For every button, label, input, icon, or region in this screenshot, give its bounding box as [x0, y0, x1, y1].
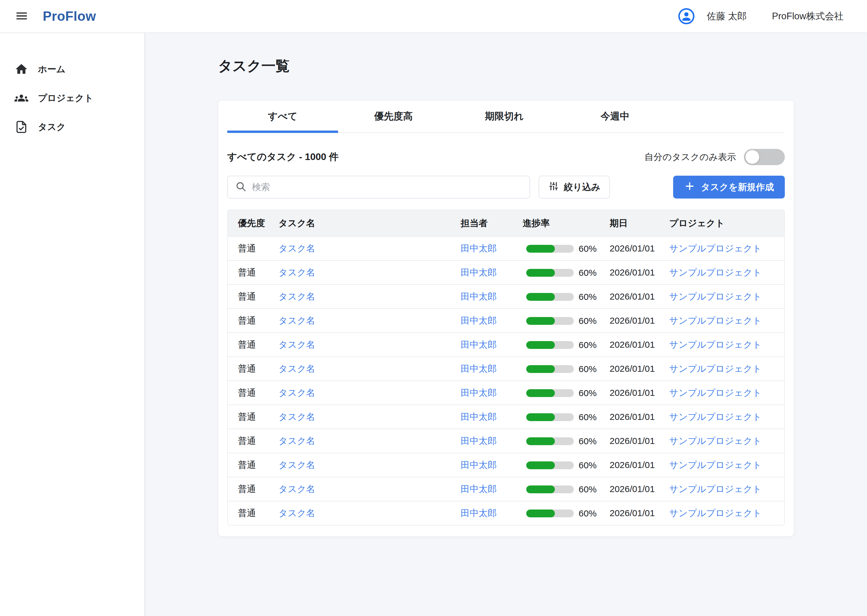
- task-tabs: すべて優先度高期限切れ今週中: [227, 101, 785, 133]
- user-avatar-icon[interactable]: [678, 8, 695, 25]
- project-link[interactable]: サンプルプロジェクト: [669, 460, 761, 470]
- project-link[interactable]: サンプルプロジェクト: [669, 412, 761, 422]
- filter-tune-icon: [548, 181, 559, 194]
- progress-cell: 60%: [523, 260, 610, 284]
- assignee-link[interactable]: 田中太郎: [460, 316, 497, 325]
- progress-label: 60%: [579, 340, 597, 350]
- sidebar-item-label: タスク: [38, 121, 66, 133]
- priority-cell: 普通: [228, 405, 279, 429]
- progress-label: 60%: [579, 412, 597, 422]
- progress-fill: [526, 269, 555, 277]
- project-link[interactable]: サンプルプロジェクト: [669, 436, 761, 446]
- assignee-link[interactable]: 田中太郎: [460, 244, 497, 253]
- tab-all[interactable]: すべて: [227, 101, 338, 132]
- project-link[interactable]: サンプルプロジェクト: [669, 508, 761, 518]
- filter-button[interactable]: 絞り込み: [539, 176, 610, 198]
- project-link[interactable]: サンプルプロジェクト: [669, 316, 761, 325]
- task-name-link[interactable]: タスク名: [279, 412, 315, 422]
- priority-cell: 普通: [228, 284, 279, 308]
- project-link[interactable]: サンプルプロジェクト: [669, 267, 761, 277]
- progress-bar: [526, 486, 574, 493]
- progress-bar: [526, 269, 574, 277]
- sidebar-item-projects[interactable]: プロジェクト: [0, 83, 145, 113]
- progress-bar: [526, 437, 574, 445]
- progress-label: 60%: [579, 364, 597, 374]
- column-header: 期日: [610, 210, 669, 236]
- projects-icon: [14, 91, 28, 105]
- sidebar-item-home[interactable]: ホーム: [0, 55, 145, 83]
- create-task-button[interactable]: タスクを新規作成: [673, 176, 785, 198]
- task-name-link[interactable]: タスク名: [279, 508, 315, 518]
- progress-bar: [526, 413, 574, 421]
- my-tasks-toggle-label: 自分のタスクのみ表示: [645, 151, 736, 163]
- sidebar-item-tasks[interactable]: タスク: [0, 113, 145, 141]
- priority-cell: 普通: [228, 380, 279, 405]
- project-link[interactable]: サンプルプロジェクト: [669, 388, 761, 398]
- assignee-link[interactable]: 田中太郎: [460, 339, 497, 349]
- tab-this-week[interactable]: 今週中: [560, 101, 670, 132]
- project-link[interactable]: サンプルプロジェクト: [669, 291, 761, 302]
- hamburger-icon: [15, 9, 28, 24]
- assignee-link[interactable]: 田中太郎: [460, 412, 497, 422]
- task-name-link[interactable]: タスク名: [279, 364, 315, 374]
- project-link[interactable]: サンプルプロジェクト: [669, 364, 761, 374]
- task-name-link[interactable]: タスク名: [279, 339, 315, 349]
- task-row: 普通タスク名田中太郎60%2026/01/01サンプルプロジェクト: [228, 284, 784, 308]
- progress-cell: 60%: [523, 357, 610, 380]
- task-name-link[interactable]: タスク名: [279, 484, 315, 494]
- due-date-cell: 2026/01/01: [610, 405, 669, 429]
- progress-label: 60%: [579, 460, 597, 470]
- priority-cell: 普通: [228, 429, 279, 453]
- project-link[interactable]: サンプルプロジェクト: [669, 244, 761, 253]
- priority-cell: 普通: [228, 236, 279, 260]
- task-name-link[interactable]: タスク名: [279, 267, 315, 277]
- assignee-link[interactable]: 田中太郎: [460, 364, 497, 374]
- assignee-link[interactable]: 田中太郎: [460, 460, 497, 470]
- progress-cell: 60%: [523, 308, 610, 332]
- progress-fill: [526, 365, 555, 373]
- tab-high-priority[interactable]: 優先度高: [338, 101, 449, 132]
- task-row: 普通タスク名田中太郎60%2026/01/01サンプルプロジェクト: [228, 429, 784, 453]
- progress-label: 60%: [579, 508, 597, 518]
- task-name-link[interactable]: タスク名: [279, 388, 315, 398]
- project-link[interactable]: サンプルプロジェクト: [669, 339, 761, 349]
- progress-fill: [526, 341, 555, 349]
- progress-fill: [526, 413, 555, 421]
- project-link[interactable]: サンプルプロジェクト: [669, 484, 761, 494]
- progress-bar: [526, 293, 574, 301]
- menu-button[interactable]: [14, 8, 30, 24]
- assignee-link[interactable]: 田中太郎: [460, 388, 497, 398]
- tab-overdue[interactable]: 期限切れ: [449, 101, 560, 132]
- my-tasks-toggle[interactable]: [744, 149, 785, 165]
- progress-cell: 60%: [523, 501, 610, 525]
- assignee-link[interactable]: 田中太郎: [460, 484, 497, 494]
- due-date-cell: 2026/01/01: [610, 477, 669, 501]
- progress-cell: 60%: [523, 284, 610, 308]
- task-name-link[interactable]: タスク名: [279, 316, 315, 325]
- column-header: プロジェクト: [669, 210, 784, 236]
- progress-cell: 60%: [523, 405, 610, 429]
- page-title: タスク一覧: [218, 57, 794, 75]
- task-name-link[interactable]: タスク名: [279, 460, 315, 470]
- task-name-link[interactable]: タスク名: [279, 291, 315, 302]
- assignee-link[interactable]: 田中太郎: [460, 508, 497, 518]
- due-date-cell: 2026/01/01: [610, 380, 669, 405]
- task-row: 普通タスク名田中太郎60%2026/01/01サンプルプロジェクト: [228, 357, 784, 380]
- app-bar: ProFlow 佐藤 太郎 ProFlow株式会社: [0, 0, 867, 33]
- due-date-cell: 2026/01/01: [610, 284, 669, 308]
- due-date-cell: 2026/01/01: [610, 236, 669, 260]
- assignee-link[interactable]: 田中太郎: [460, 436, 497, 446]
- search-input[interactable]: [252, 182, 522, 192]
- assignee-link[interactable]: 田中太郎: [460, 267, 497, 277]
- home-icon: [14, 62, 28, 76]
- task-name-link[interactable]: タスク名: [279, 244, 315, 253]
- progress-fill: [526, 317, 555, 325]
- task-name-link[interactable]: タスク名: [279, 436, 315, 446]
- column-header: 優先度: [228, 210, 279, 236]
- column-header: 進捗率: [523, 210, 610, 236]
- progress-bar: [526, 509, 574, 517]
- filter-button-label: 絞り込み: [564, 181, 600, 193]
- assignee-link[interactable]: 田中太郎: [460, 291, 497, 302]
- progress-bar: [526, 245, 574, 253]
- progress-label: 60%: [579, 268, 597, 278]
